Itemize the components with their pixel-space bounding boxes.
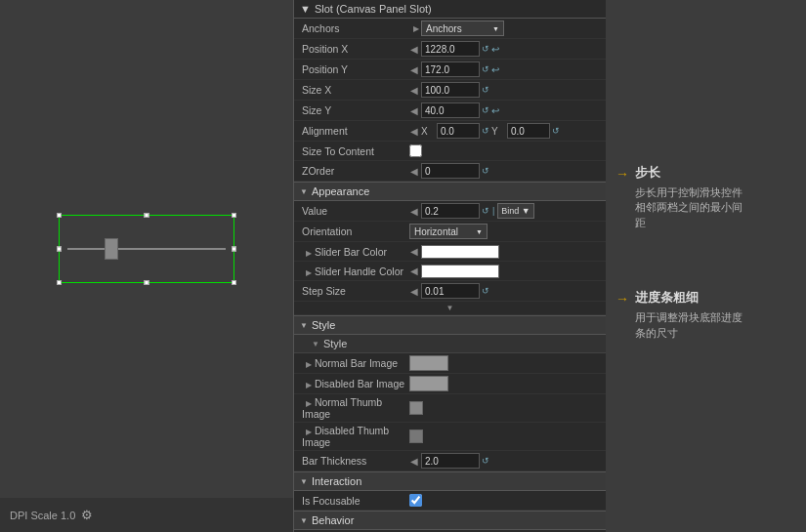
slider-handle-color-row: ▶ Slider Handle Color ◀	[294, 262, 606, 281]
zorder-refresh[interactable]: ↺	[482, 166, 489, 176]
nb-expand[interactable]: ▶	[306, 360, 312, 369]
slot-arrow[interactable]: ▼	[300, 3, 311, 15]
size-x-icon: ◀	[410, 85, 418, 96]
value-input[interactable]	[421, 203, 480, 219]
position-x-value: ◀ ↺ ↩	[409, 41, 602, 57]
appearance-arrow[interactable]: ▼	[300, 187, 308, 196]
orientation-dropdown[interactable]: Horizontal ▼	[409, 224, 488, 239]
size-y-refresh[interactable]: ↺	[482, 105, 489, 115]
dt-expand[interactable]: ▶	[306, 428, 312, 436]
disabled-bar-image[interactable]	[409, 376, 448, 391]
appearance-label: Appearance	[312, 185, 369, 197]
bt-refresh[interactable]: ↺	[482, 456, 489, 466]
alignment-value: ◀ X ↺ Y ↺	[409, 123, 602, 139]
bar-thickness-annotation-desc: 用于调整滑块底部进度条的尺寸	[635, 310, 742, 341]
interaction-arrow[interactable]: ▼	[300, 477, 308, 486]
slider-handle-color-value: ◀	[409, 265, 602, 278]
shc-expand[interactable]: ▶	[306, 268, 312, 277]
align-x-input[interactable]	[437, 123, 480, 139]
pos-y-link[interactable]: ↩	[491, 64, 499, 75]
nt-expand[interactable]: ▶	[306, 399, 312, 408]
appearance-header: ▼ Appearance	[294, 182, 606, 201]
normal-thumb-image[interactable]	[409, 401, 423, 415]
is-focusable-label: Is Focusable	[302, 495, 409, 507]
normal-thumb-label: ▶ Normal Thumb Image	[302, 396, 409, 420]
align-y-input[interactable]	[507, 123, 550, 139]
bar-thickness-annotation-text: 进度条粗细 用于调整滑块底部进度条的尺寸	[635, 289, 742, 341]
handle-bottom-mid[interactable]	[145, 280, 149, 285]
value-bind-button[interactable]: Bind ▼	[497, 203, 533, 219]
bar-thickness-input[interactable]	[421, 453, 480, 469]
expand-icon[interactable]: ▼	[446, 304, 454, 312]
interaction-header: ▼ Interaction	[294, 471, 606, 491]
handle-bottom-right[interactable]	[232, 280, 236, 285]
sbc-expand[interactable]: ▶	[306, 249, 312, 258]
align-y-refresh[interactable]: ↺	[552, 126, 560, 136]
handle-top-right[interactable]	[232, 213, 236, 218]
align-icon: ◀	[410, 126, 418, 137]
size-y-value: ◀ ↺ ↩	[409, 102, 602, 118]
orientation-value: Horizontal ▼	[409, 224, 602, 239]
step-size-input[interactable]	[421, 283, 480, 299]
step-size-annotation-content: → 步长 步长用于控制滑块控件相邻两档之间的最小间距	[615, 164, 742, 230]
slider-thumb[interactable]	[105, 238, 118, 260]
properties-panel: ▼ Slot (Canvas Panel Slot) Anchors ▶ Anc…	[293, 0, 606, 532]
disabled-thumb-image[interactable]	[409, 430, 423, 443]
pos-y-icon: ◀	[410, 64, 418, 75]
size-x-refresh[interactable]: ↺	[482, 85, 489, 95]
zorder-row: ZOrder ◀ ↺	[294, 161, 606, 182]
disabled-thumb-value	[409, 430, 602, 443]
position-y-input[interactable]	[421, 61, 480, 77]
normal-bar-label: ▶ Normal Bar Image	[302, 357, 409, 369]
size-y-label: Size Y	[302, 104, 409, 116]
value-refresh[interactable]: ↺	[482, 206, 489, 216]
size-to-content-checkbox[interactable]	[409, 144, 422, 157]
slider-widget[interactable]	[59, 215, 234, 283]
disabled-bar-value	[409, 376, 602, 391]
expand-row: ▼	[294, 302, 606, 315]
handle-top-mid[interactable]	[145, 213, 149, 218]
slider-bar-color-swatch[interactable]	[421, 245, 499, 259]
behavior-arrow[interactable]: ▼	[300, 516, 308, 525]
size-x-row: Size X ◀ ↺	[294, 80, 606, 101]
position-x-label: Position X	[302, 43, 409, 55]
anchors-expand[interactable]: ▶	[413, 24, 419, 33]
anchors-dropdown[interactable]: Anchors ▼	[421, 20, 504, 36]
handle-mid-right[interactable]	[232, 247, 236, 252]
bar-thickness-annotation-title: 进度条粗细	[635, 289, 742, 307]
pos-y-refresh[interactable]: ↺	[482, 64, 489, 74]
zorder-input[interactable]	[421, 163, 480, 179]
alignment-label: Alignment	[302, 125, 409, 137]
bar-thickness-annotation-arrow: →	[615, 291, 629, 307]
value-divider: |	[492, 206, 494, 216]
style-arrow[interactable]: ▼	[300, 321, 308, 330]
handle-bottom-left[interactable]	[57, 280, 62, 285]
position-x-input[interactable]	[421, 41, 480, 57]
style-sub-arrow[interactable]: ▼	[312, 340, 319, 348]
annotation-panel: → 步长 步长用于控制滑块控件相邻两档之间的最小间距 → 进度条粗细 用于调整滑…	[606, 0, 806, 532]
slider-handle-color-swatch[interactable]	[421, 265, 499, 278]
style-section-header: ▼ Style	[294, 315, 606, 335]
interaction-label: Interaction	[312, 475, 361, 487]
align-x-refresh[interactable]: ↺	[482, 126, 489, 136]
handle-top-left[interactable]	[57, 213, 62, 218]
behavior-header: ▼ Behavior	[294, 511, 606, 530]
anchors-label: Anchors	[302, 22, 409, 34]
position-x-row: Position X ◀ ↺ ↩	[294, 39, 606, 60]
step-refresh[interactable]: ↺	[482, 286, 489, 296]
handle-mid-left[interactable]	[57, 247, 62, 252]
alignment-row: Alignment ◀ X ↺ Y ↺	[294, 121, 606, 142]
size-y-link[interactable]: ↩	[491, 105, 499, 116]
gear-icon[interactable]: ⚙	[81, 508, 93, 522]
size-x-input[interactable]	[421, 82, 480, 98]
pos-x-link[interactable]: ↩	[491, 44, 499, 55]
db-expand[interactable]: ▶	[306, 381, 312, 389]
bar-thickness-row: Bar Thickness ◀ ↺	[294, 451, 606, 471]
bar-thickness-label: Bar Thickness	[302, 455, 409, 467]
slider-bar-color-label: ▶ Slider Bar Color	[302, 246, 409, 258]
size-y-input[interactable]	[421, 102, 480, 118]
normal-bar-image[interactable]	[409, 355, 448, 371]
step-size-row: Step Size ◀ ↺	[294, 281, 606, 302]
is-focusable-checkbox[interactable]	[409, 494, 422, 507]
pos-x-refresh[interactable]: ↺	[482, 44, 489, 54]
